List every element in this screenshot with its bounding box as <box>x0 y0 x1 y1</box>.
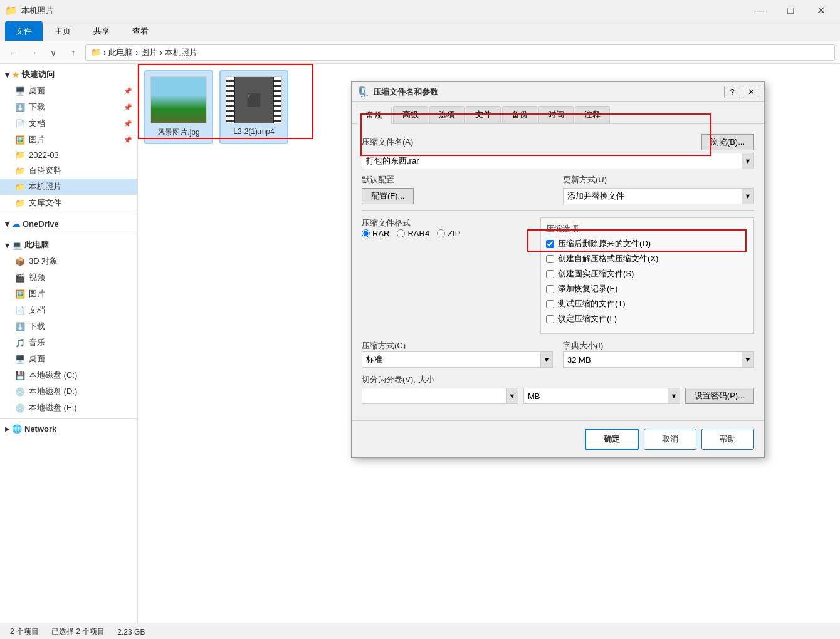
volume-unit-input[interactable] <box>523 388 668 404</box>
picture-icon: 🖼️ <box>15 289 25 299</box>
radio-zip-input[interactable] <box>437 229 445 237</box>
dict-input[interactable] <box>563 351 742 368</box>
up-button[interactable]: ↑ <box>65 44 81 61</box>
sidebar-disk-c-label: 本地磁盘 (C:) <box>29 370 77 381</box>
file-item-mp4[interactable]: ⬛ L2-2(1).mp4 <box>219 70 288 144</box>
path-segment-1: › <box>103 48 106 57</box>
option-lock-label: 锁定压缩文件(L) <box>558 313 617 325</box>
dialog-buttons: 确定 取消 帮助 <box>352 420 764 457</box>
tab-view[interactable]: 查看 <box>122 21 159 41</box>
sidebar-item-dl2[interactable]: ⬇️ 下载 <box>0 318 137 335</box>
sidebar-item-video[interactable]: 🎬 视频 <box>0 269 137 286</box>
cancel-button[interactable]: 取消 <box>644 429 696 450</box>
sidebar-item-picture[interactable]: 🖼️ 图片 <box>0 286 137 302</box>
tab-home[interactable]: 主页 <box>44 21 81 41</box>
help-button[interactable]: 帮助 <box>701 429 754 450</box>
update-combo-arrow[interactable]: ▼ <box>742 188 754 204</box>
sidebar-item-disk-c[interactable]: 💾 本地磁盘 (C:) <box>0 367 137 383</box>
sidebar-item-wenku[interactable]: 📁 文库文件 <box>0 195 137 211</box>
method-input[interactable] <box>362 351 540 368</box>
dialog-tab-comment[interactable]: 注释 <box>575 106 610 123</box>
minimize-button[interactable]: — <box>746 1 775 20</box>
radio-rar[interactable]: RAR <box>362 229 389 238</box>
path-thispc[interactable]: 此电脑 <box>108 47 133 58</box>
dialog-tab-advanced[interactable]: 高级 <box>393 106 428 123</box>
sidebar-item-desktop[interactable]: 🖥️ 桌面 📌 <box>0 83 137 99</box>
option-delete-original-input[interactable] <box>546 240 554 248</box>
radio-zip[interactable]: ZIP <box>437 229 460 238</box>
browse-button[interactable]: 浏览(B)... <box>701 134 754 150</box>
filename-label: 压缩文件名(A) <box>362 137 424 148</box>
sidebar-item-disk-e[interactable]: 💿 本地磁盘 (E:) <box>0 400 137 416</box>
config-section: 默认配置 配置(F)... <box>362 174 553 204</box>
path-localphoto[interactable]: 本机照片 <box>165 47 197 58</box>
volume-input[interactable] <box>362 388 506 404</box>
sidebar-item-docs[interactable]: 📄 文档 📌 <box>0 115 137 132</box>
dialog-tab-general[interactable]: 常规 <box>357 106 392 124</box>
video-thumbnail: ⬛ <box>226 77 281 123</box>
method-combo-arrow[interactable]: ▼ <box>540 351 553 368</box>
dialog-tab-time[interactable]: 时间 <box>538 106 574 123</box>
filename-input[interactable] <box>362 153 742 169</box>
option-solid-input[interactable] <box>546 270 554 278</box>
tab-file[interactable]: 文件 <box>5 21 43 41</box>
sidebar-item-music[interactable]: 🎵 音乐 <box>0 335 137 351</box>
file-item-jpg[interactable]: 风景图片.jpg <box>144 70 213 144</box>
sidebar-item-disk-d[interactable]: 💿 本地磁盘 (D:) <box>0 383 137 400</box>
dialog-tab-files[interactable]: 文件 <box>466 106 501 123</box>
method-dict-row: 压缩方式(C) ▼ 字典大小(I) ▼ <box>362 340 754 368</box>
onedrive-header[interactable]: ▾ ☁ OneDrive <box>0 217 137 231</box>
sidebar-item-localphoto[interactable]: 📁 本机照片 <box>0 179 137 195</box>
path-pictures[interactable]: 图片 <box>141 47 157 58</box>
recent-button[interactable]: ∨ <box>45 44 61 61</box>
volume-combo-arrow[interactable]: ▼ <box>506 388 518 404</box>
address-path[interactable]: 📁 › 此电脑 › 图片 › 本机照片 <box>85 44 835 61</box>
volume-unit-arrow[interactable]: ▼ <box>668 388 680 404</box>
network-header[interactable]: ▸ 🌐 Network <box>0 422 137 436</box>
radio-rar4-input[interactable] <box>397 229 405 237</box>
radio-rar-input[interactable] <box>362 229 370 237</box>
radio-rar4[interactable]: RAR4 <box>397 229 429 238</box>
password-button[interactable]: 设置密码(P)... <box>685 388 754 404</box>
sidebar-item-baike[interactable]: 📁 百科资料 <box>0 162 137 179</box>
option-delete-original[interactable]: 压缩后删除原来的文件(D) <box>546 238 748 249</box>
back-button[interactable]: ← <box>5 44 21 61</box>
dict-combo-arrow[interactable]: ▼ <box>742 351 754 368</box>
sidebar-item-document[interactable]: 📄 文档 <box>0 302 137 318</box>
tab-share[interactable]: 共享 <box>83 21 120 41</box>
film-strip-right <box>274 77 281 123</box>
config-update-row: 默认配置 配置(F)... 更新方式(U) ▼ <box>362 174 754 204</box>
sidebar-item-3d[interactable]: 📦 3D 对象 <box>0 253 137 269</box>
dialog-help-button[interactable]: ? <box>724 86 740 98</box>
config-button[interactable]: 配置(F)... <box>362 188 414 204</box>
quick-access-header[interactable]: ▾ ★ 快速访问 <box>0 66 137 83</box>
option-selfextract[interactable]: 创建自解压格式压缩文件(X) <box>546 253 748 264</box>
dialog-tab-backup[interactable]: 备份 <box>502 106 537 123</box>
sidebar-item-download[interactable]: ⬇️ 下载 📌 <box>0 99 137 115</box>
file-name-mp4: L2-2(1).mp4 <box>233 127 274 136</box>
option-recovery[interactable]: 添加恢复记录(E) <box>546 283 748 294</box>
close-button[interactable]: ✕ <box>806 1 835 20</box>
option-test-input[interactable] <box>546 300 554 308</box>
option-solid[interactable]: 创建固实压缩文件(S) <box>546 268 748 279</box>
sidebar-item-2022[interactable]: 📁 2022-03 <box>0 148 137 162</box>
sidebar-desktop2-label: 桌面 <box>29 353 45 365</box>
thispc-header[interactable]: ▾ 💻 此电脑 <box>0 237 137 253</box>
title-bar-icon: 📁 <box>5 4 18 16</box>
dialog-tabs: 常规 高级 选项 文件 备份 时间 注释 <box>352 102 764 124</box>
option-test[interactable]: 测试压缩的文件(T) <box>546 298 748 309</box>
dialog-close-button[interactable]: ✕ <box>743 86 759 98</box>
format-options-row: 压缩文件格式 RAR RAR4 ZIP <box>362 217 754 334</box>
update-input[interactable] <box>563 188 742 204</box>
filename-combo-arrow[interactable]: ▼ <box>742 153 754 169</box>
dialog-tab-options[interactable]: 选项 <box>429 106 465 123</box>
sidebar-item-desktop2[interactable]: 🖥️ 桌面 <box>0 351 137 367</box>
option-recovery-input[interactable] <box>546 285 554 293</box>
ok-button[interactable]: 确定 <box>585 429 639 450</box>
sidebar-item-pics[interactable]: 🖼️ 图片 📌 <box>0 132 137 148</box>
maximize-button[interactable]: □ <box>776 1 805 20</box>
option-selfextract-input[interactable] <box>546 255 554 263</box>
forward-button[interactable]: → <box>25 44 41 61</box>
option-lock[interactable]: 锁定压缩文件(L) <box>546 313 748 325</box>
option-lock-input[interactable] <box>546 315 554 323</box>
